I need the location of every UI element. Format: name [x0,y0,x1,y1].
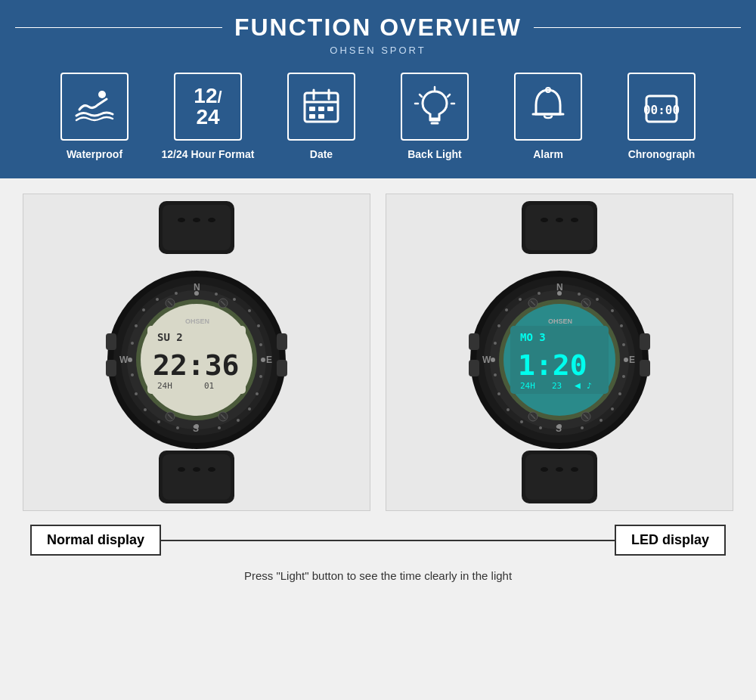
svg-point-102 [618,392,621,395]
chronograph-label: Chronograph [628,148,696,160]
svg-text:♪: ♪ [587,381,592,391]
svg-rect-66 [277,360,287,376]
svg-rect-22 [163,205,231,250]
backlight-icon-box [401,73,469,141]
led-watch-svg: N E S W MO 3 1:20 24H 23 ◀ ♪ [454,201,665,503]
svg-text:OHSEN: OHSEN [548,317,572,325]
svg-text:00:00: 00:00 [643,103,680,117]
svg-point-145 [556,467,563,472]
hour-format-icon-box: 12/24 [174,73,242,141]
svg-rect-129 [640,333,650,350]
svg-point-110 [494,373,497,376]
waterproof-label: Waterproof [67,148,122,160]
svg-point-105 [581,426,584,429]
svg-point-111 [494,342,497,345]
svg-rect-67 [106,333,116,350]
svg-text:01: 01 [204,381,214,391]
svg-point-146 [571,467,578,472]
svg-rect-132 [469,360,479,376]
svg-point-101 [622,375,625,378]
svg-rect-9 [318,114,324,119]
normal-watch-svg: N E S W SU 2 22:36 24H 01 [91,201,302,503]
main-content: N E S W SU 2 22:36 24H 01 [0,178,756,597]
svg-point-106 [539,426,542,429]
svg-point-41 [248,407,251,410]
normal-display-label: Normal display [30,525,161,556]
svg-point-103 [611,407,614,410]
svg-text:E: E [266,355,272,365]
svg-point-49 [131,342,134,345]
page-title: FUNCTION OVERVIEW [234,14,522,42]
svg-point-31 [261,358,265,362]
svg-point-93 [624,358,628,362]
svg-text:1:20: 1:20 [518,348,587,382]
svg-point-0 [98,91,106,98]
features-row: Waterproof 12/24 12/24 Hour Format [15,73,741,160]
svg-point-112 [497,324,500,327]
svg-point-113 [505,308,508,311]
svg-point-47 [135,392,138,395]
feature-chronograph: 00:00 Chronograph [605,73,718,160]
svg-text:N: N [556,282,563,293]
brand-subtitle: OHSEN SPORT [15,45,741,56]
svg-rect-6 [318,107,324,111]
svg-point-44 [176,426,179,429]
svg-point-107 [520,420,523,423]
svg-point-53 [175,292,178,295]
svg-point-86 [556,218,563,222]
svg-point-52 [156,298,159,301]
calendar-icon [300,85,342,128]
svg-point-39 [259,375,262,378]
svg-point-48 [131,373,134,376]
feature-date: Date [265,73,378,160]
svg-point-95 [491,358,495,362]
svg-point-85 [541,218,548,222]
instruction-text: Press "Light" button to see the time cle… [23,566,733,585]
svg-rect-143 [525,454,593,500]
header-section: FUNCTION OVERVIEW OHSEN SPORT Waterproof… [0,0,756,178]
svg-point-34 [215,293,218,296]
svg-text:◀: ◀ [575,379,581,391]
date-icon-box [287,73,355,141]
display-labels-row: Normal display LED display [23,525,733,556]
svg-rect-65 [277,333,287,350]
svg-text:22:36: 22:36 [153,348,239,382]
svg-point-144 [541,467,548,472]
svg-point-42 [237,419,240,422]
svg-point-82 [208,467,215,472]
svg-text:SU  2: SU 2 [157,331,183,343]
waterproof-icon-box [60,73,129,141]
svg-point-97 [596,298,599,301]
svg-point-114 [519,298,522,301]
svg-rect-8 [309,114,315,119]
feature-waterproof: Waterproof [38,73,151,160]
svg-text:N: N [194,282,200,293]
svg-line-14 [448,94,450,97]
feature-backlight: Back Light [378,73,491,160]
svg-point-115 [538,292,541,295]
svg-text:23: 23 [552,381,562,391]
svg-rect-79 [163,454,231,500]
label-connector-line [161,540,615,541]
svg-point-35 [233,298,236,301]
watches-row: N E S W SU 2 22:36 24H 01 [23,194,733,511]
backlight-label: Back Light [407,148,462,160]
svg-text:W: W [119,355,129,365]
svg-point-51 [142,308,145,311]
svg-point-108 [507,408,510,411]
hour-format-icon: 12/24 [194,85,222,128]
svg-line-13 [420,94,422,97]
led-display-card: N E S W MO 3 1:20 24H 23 ◀ ♪ [386,194,733,511]
svg-rect-68 [106,360,116,376]
svg-text:E: E [629,355,635,365]
alarm-icon-box [514,73,582,141]
svg-text:24H: 24H [520,381,535,391]
svg-point-100 [622,343,625,346]
svg-point-40 [256,392,259,395]
svg-point-50 [135,324,138,327]
svg-rect-130 [640,360,650,376]
normal-display-card: N E S W SU 2 22:36 24H 01 [23,194,370,511]
svg-point-43 [218,426,221,429]
svg-point-37 [257,324,260,327]
svg-rect-5 [309,107,315,111]
